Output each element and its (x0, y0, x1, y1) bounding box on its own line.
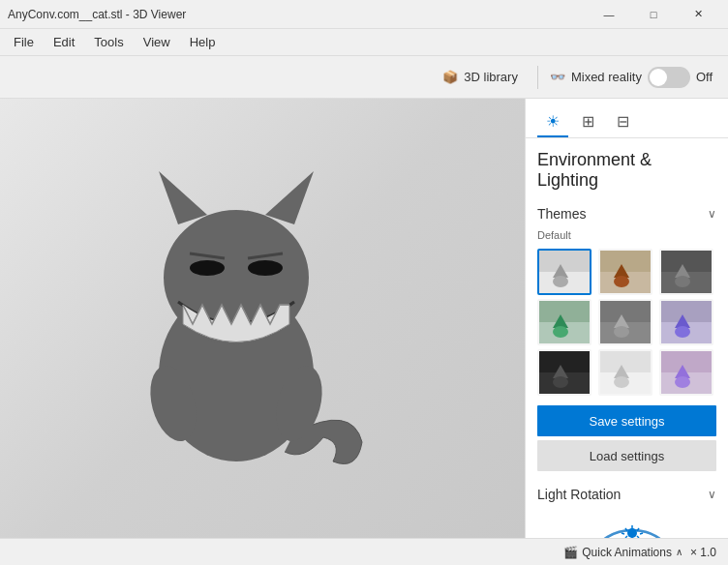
themes-title: Themes (537, 206, 587, 222)
library-button[interactable]: 📦 3D library (435, 66, 526, 88)
menu-help[interactable]: Help (180, 31, 226, 53)
animation-icon: 🎬 (563, 546, 578, 559)
mixed-reality-toggle[interactable] (648, 67, 690, 88)
svg-point-25 (553, 326, 568, 338)
panel-title: Environment & Lighting (537, 150, 716, 191)
mixed-reality-icon: 👓 (550, 70, 565, 84)
svg-point-5 (248, 260, 283, 276)
panel-tabs: ☀ ⊞ ⊟ (526, 99, 728, 138)
svg-point-45 (675, 376, 690, 388)
svg-point-13 (553, 276, 568, 287)
maximize-button[interactable]: □ (631, 0, 676, 29)
cat-model (101, 152, 372, 485)
light-rotation-title: Light Rotation (537, 487, 621, 502)
status-bar: 🎬 Quick Animations ∧ × 1.0 (0, 538, 728, 565)
theme-item-8[interactable] (598, 349, 652, 396)
rotation-dial[interactable] (579, 525, 676, 538)
svg-marker-2 (159, 171, 207, 224)
load-settings-button[interactable]: Load settings (537, 440, 716, 471)
svg-point-4 (190, 260, 225, 276)
theme-item-7[interactable] (537, 349, 592, 396)
minimize-button[interactable]: — (587, 0, 631, 29)
main-layout: ☀ ⊞ ⊟ Environment & Lighting Themes ∨ De… (0, 99, 728, 538)
menu-tools[interactable]: Tools (84, 31, 133, 53)
light-rotation-chevron-icon: ∨ (708, 488, 716, 501)
menu-bar: File Edit Tools View Help (0, 29, 728, 56)
toolbar: 📦 3D library 👓 Mixed reality Off (0, 56, 728, 99)
svg-point-21 (675, 276, 690, 287)
tab-scene[interactable]: ⊞ (572, 106, 603, 137)
toggle-thumb (650, 69, 667, 86)
svg-point-29 (614, 326, 629, 338)
themes-sublabel: Default (537, 229, 716, 241)
theme-item-1[interactable] (537, 249, 592, 295)
panel-content: Environment & Lighting Themes ∨ Default (526, 138, 728, 538)
viewport[interactable] (0, 99, 525, 538)
theme-item-5[interactable] (598, 299, 652, 345)
window-title: AnyConv.com__cat.stl - 3D Viewer (8, 8, 186, 21)
dial-svg (579, 525, 685, 538)
svg-point-33 (675, 326, 690, 338)
menu-view[interactable]: View (134, 31, 180, 53)
quick-animations-control[interactable]: 🎬 Quick Animations ∧ (563, 546, 682, 559)
mixed-reality-toggle-container: 👓 Mixed reality Off (550, 67, 713, 88)
svg-line-55 (640, 533, 643, 534)
light-rotation-section: Light Rotation ∨ (537, 487, 716, 538)
svg-rect-11 (539, 251, 590, 272)
svg-point-41 (614, 376, 629, 388)
light-rotation-header[interactable]: Light Rotation ∨ (537, 487, 716, 502)
svg-rect-27 (600, 301, 651, 322)
theme-item-2[interactable] (598, 249, 652, 295)
menu-file[interactable]: File (4, 31, 44, 53)
svg-point-17 (614, 276, 629, 287)
menu-edit[interactable]: Edit (44, 31, 84, 53)
toolbar-divider (537, 66, 538, 89)
library-icon: 📦 (442, 70, 458, 84)
theme-item-4[interactable] (537, 299, 592, 345)
svg-point-49 (627, 528, 637, 538)
svg-point-37 (553, 376, 568, 388)
theme-item-6[interactable] (659, 299, 713, 345)
themes-section-header[interactable]: Themes ∨ (537, 206, 716, 222)
quick-animations-chevron-icon: ∧ (676, 547, 682, 557)
svg-line-57 (637, 536, 639, 538)
window-controls: — □ ✕ (587, 0, 720, 29)
tab-lighting[interactable]: ☀ (537, 106, 568, 137)
themes-chevron-icon: ∨ (708, 207, 716, 221)
svg-rect-23 (539, 301, 590, 322)
close-button[interactable]: ✕ (676, 0, 720, 29)
tab-object[interactable]: ⊟ (607, 106, 638, 137)
svg-rect-15 (600, 251, 651, 272)
svg-rect-43 (661, 351, 712, 372)
theme-item-9[interactable] (659, 349, 713, 396)
svg-rect-19 (661, 251, 712, 272)
theme-item-3[interactable] (659, 249, 713, 295)
svg-marker-3 (265, 171, 314, 224)
svg-line-56 (625, 536, 627, 538)
svg-rect-39 (600, 351, 651, 372)
speed-control[interactable]: × 1.0 (690, 546, 716, 559)
title-bar: AnyConv.com__cat.stl - 3D Viewer — □ ✕ (0, 0, 728, 29)
svg-rect-31 (661, 301, 712, 322)
save-settings-button[interactable]: Save settings (537, 405, 716, 436)
svg-rect-35 (539, 351, 590, 372)
cat-svg (101, 152, 372, 481)
right-panel: ☀ ⊞ ⊟ Environment & Lighting Themes ∨ De… (525, 99, 728, 538)
theme-grid (537, 249, 716, 396)
rotation-dial-container (537, 510, 716, 538)
svg-line-54 (622, 533, 624, 534)
